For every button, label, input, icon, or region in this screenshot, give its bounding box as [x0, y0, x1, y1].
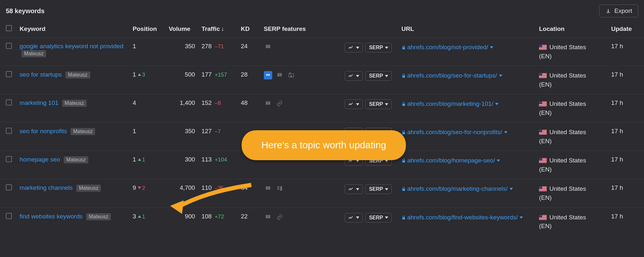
trend-button[interactable] — [345, 184, 363, 194]
table-row: google analytics keyword not provided Ma… — [0, 38, 644, 66]
url-dropdown-icon[interactable] — [490, 46, 493, 49]
keyword-tag[interactable]: Mateusz — [62, 100, 87, 107]
url-dropdown-icon[interactable] — [520, 216, 523, 219]
location-cell: United States(EN) — [539, 99, 605, 117]
svg-text:?: ? — [267, 45, 269, 48]
url-link[interactable]: ahrefs.com/blog/find-websites-keywords/ — [407, 214, 518, 221]
col-url[interactable]: URL — [398, 21, 536, 38]
svg-text:?: ? — [267, 215, 269, 218]
location-country: United States — [549, 185, 586, 192]
url-link[interactable]: ahrefs.com/blog/not-provided/ — [407, 44, 488, 50]
keyword-link[interactable]: google analytics keyword not provided — [20, 43, 123, 50]
svg-text:?: ? — [267, 101, 269, 105]
position-value: 1 — [133, 128, 136, 134]
location-country: United States — [549, 214, 586, 221]
video-icon — [287, 71, 295, 79]
url-dropdown-icon[interactable] — [510, 188, 513, 190]
us-flag-icon — [539, 73, 547, 78]
url-link[interactable]: ahrefs.com/blog/marketing-channels/ — [407, 185, 508, 192]
quote-blue-icon — [264, 71, 272, 79]
col-location[interactable]: Location — [536, 21, 608, 38]
select-all-checkbox[interactable] — [6, 25, 12, 31]
traffic-value: 278 — [201, 43, 212, 50]
svg-rect-7 — [277, 189, 279, 190]
trend-button[interactable] — [345, 43, 363, 52]
volume-value: 500 — [185, 71, 195, 78]
keyword-tag[interactable]: Mateusz — [71, 128, 95, 135]
keyword-tag[interactable]: Mateusz — [86, 213, 111, 220]
serp-button-label: SERP — [369, 73, 383, 79]
location-lang: (EN) — [539, 81, 552, 88]
url-dropdown-icon[interactable] — [497, 160, 500, 162]
row-checkbox[interactable] — [6, 99, 12, 106]
trend-button[interactable] — [345, 99, 363, 109]
url-dropdown-icon[interactable] — [499, 75, 502, 77]
update-value: 17 h — [611, 213, 623, 220]
keyword-tag[interactable]: Mateusz — [76, 185, 101, 192]
serp-button[interactable]: SERP — [365, 184, 392, 194]
faq-icon: ? — [264, 213, 272, 221]
keyword-link[interactable]: homepage seo — [20, 156, 60, 163]
update-value: 17 h — [611, 99, 623, 106]
position-delta: 1 — [142, 214, 145, 219]
trend-button[interactable] — [345, 213, 363, 223]
location-lang: (EN) — [539, 138, 552, 144]
serp-button[interactable]: SERP — [365, 71, 392, 81]
position-value: 1 — [133, 71, 136, 78]
location-cell: United States(EN) — [539, 71, 605, 89]
keyword-tag[interactable]: Mateusz — [65, 71, 90, 78]
location-cell: United States(EN) — [539, 184, 605, 202]
trend-button[interactable] — [345, 71, 363, 81]
url-dropdown-icon[interactable] — [495, 103, 498, 105]
col-keyword[interactable]: Keyword — [16, 21, 130, 38]
keyword-link[interactable]: seo for nonprofits — [20, 128, 67, 134]
update-value: 17 h — [611, 128, 623, 134]
svg-rect-8 — [280, 187, 282, 191]
position-value: 4 — [133, 99, 136, 106]
col-position[interactable]: Position — [130, 21, 166, 38]
row-checkbox[interactable] — [6, 71, 12, 77]
annotation-arrow — [168, 182, 258, 220]
col-update[interactable]: Update — [608, 21, 644, 38]
row-checkbox[interactable] — [6, 128, 12, 134]
lock-icon — [401, 159, 406, 163]
chevron-down-icon — [385, 216, 388, 219]
row-checkbox[interactable] — [6, 213, 12, 219]
lock-icon — [401, 74, 406, 78]
row-checkbox[interactable] — [6, 43, 12, 49]
url-link[interactable]: ahrefs.com/blog/homepage-seo/ — [407, 157, 495, 164]
col-traffic[interactable]: Traffic↓ — [198, 21, 237, 38]
serp-button[interactable]: SERP — [365, 99, 392, 109]
col-serp-features[interactable]: SERP features — [261, 21, 330, 38]
col-kd[interactable]: KD — [238, 21, 261, 38]
location-cell: United States(EN) — [539, 213, 605, 231]
keyword-link[interactable]: seo for startups — [20, 71, 62, 78]
keyword-link[interactable]: find websites keywords — [20, 213, 82, 220]
export-button[interactable]: Export — [599, 5, 638, 17]
row-checkbox[interactable] — [6, 156, 12, 162]
kd-value: 28 — [241, 71, 248, 78]
lock-icon — [401, 216, 406, 220]
location-cell: United States(EN) — [539, 156, 605, 174]
position-delta: 1 — [142, 157, 145, 162]
url-link[interactable]: ahrefs.com/blog/marketing-101/ — [407, 100, 493, 107]
serp-button[interactable]: SERP — [365, 213, 392, 223]
url-dropdown-icon[interactable] — [504, 131, 507, 133]
row-checkbox[interactable] — [6, 184, 12, 190]
keyword-link[interactable]: marketing channels — [20, 184, 73, 191]
col-volume[interactable]: Volume — [166, 21, 198, 38]
lock-icon — [401, 187, 406, 191]
position-value: 9 — [133, 184, 136, 191]
serp-features: ? — [264, 43, 326, 51]
keyword-tag[interactable]: Mateusz — [22, 50, 46, 57]
serp-button[interactable]: SERP — [365, 43, 392, 52]
position-delta: 3 — [142, 72, 145, 78]
url-link[interactable]: ahrefs.com/blog/seo-for-nonprofits/ — [407, 129, 502, 135]
position-value: 1 — [133, 43, 136, 50]
serp-features: ? — [264, 184, 326, 193]
keyword-link[interactable]: marketing 101 — [20, 99, 58, 106]
traffic-delta: +157 — [215, 72, 227, 78]
url-link[interactable]: ahrefs.com/blog/seo-for-startups/ — [407, 72, 497, 79]
keyword-tag[interactable]: Mateusz — [64, 156, 88, 163]
us-flag-icon — [539, 215, 547, 220]
